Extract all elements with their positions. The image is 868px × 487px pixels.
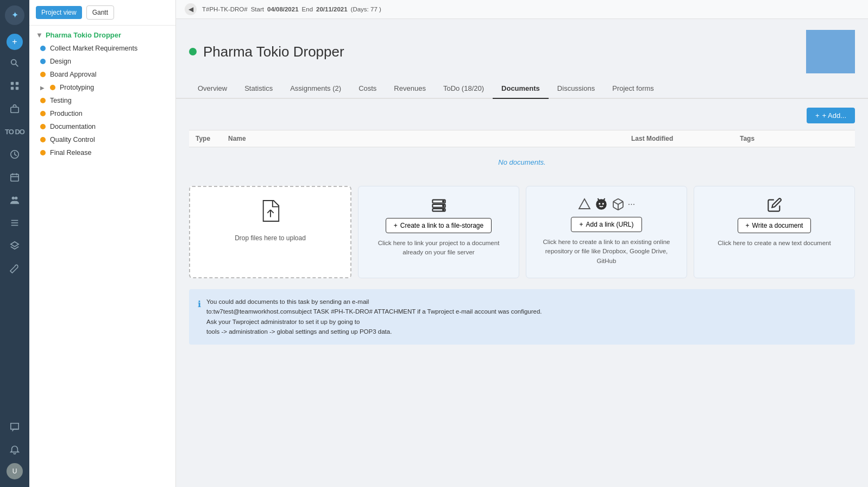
sidebar: Project view Gantt ▼ Pharma Tokio Droppe…	[29, 0, 176, 487]
svg-rect-5	[16, 82, 18, 85]
pencil-icon-container	[767, 197, 782, 213]
svg-marker-19	[11, 242, 18, 247]
tab-overview[interactable]: Overview	[189, 79, 236, 99]
tab-todo[interactable]: ToDo (18/20)	[435, 79, 493, 99]
tab-discussions[interactable]: Discussions	[549, 79, 603, 99]
svg-rect-7	[16, 87, 18, 90]
sidebar-project-name[interactable]: ▼ Pharma Tokio Dropper	[29, 26, 175, 42]
clock-nav-icon[interactable]	[5, 145, 24, 164]
search-nav-icon[interactable]	[5, 53, 24, 73]
svg-point-27	[443, 205, 444, 207]
start-label: Start	[251, 6, 264, 13]
bell-nav-icon[interactable]	[5, 440, 24, 460]
sidebar-item-collect-market[interactable]: Collect Market Requirements	[29, 42, 175, 55]
project-chevron-icon: ▼	[36, 31, 43, 39]
tab-bar: Overview Statistics Assignments (2) Cost…	[176, 79, 868, 99]
task-dot	[40, 150, 46, 155]
project-header: Pharma Tokio Dropper	[176, 19, 868, 73]
tab-revenues[interactable]: Revenues	[385, 79, 435, 99]
email-info-box: ℹ You could add documents to this task b…	[189, 289, 855, 345]
plus-icon: +	[746, 222, 750, 229]
write-document-card: + Write a document Click here to create …	[694, 186, 855, 278]
plus-icon: +	[579, 221, 583, 228]
briefcase-nav-icon[interactable]	[5, 99, 24, 118]
collapse-sidebar-button[interactable]: ◀	[185, 3, 197, 15]
people-nav-icon[interactable]	[5, 190, 24, 210]
document-table-header: Type Name Last Modified Tags	[189, 130, 855, 147]
user-avatar[interactable]: U	[7, 463, 23, 479]
documents-area: + + Add... Type Name Last Modified Tags …	[176, 99, 868, 487]
todo-nav-icon[interactable]: TO DO	[5, 122, 24, 141]
svg-line-3	[16, 64, 18, 67]
svg-point-32	[602, 203, 603, 204]
svg-point-15	[15, 197, 17, 199]
tab-statistics[interactable]: Statistics	[236, 79, 281, 99]
task-dot	[40, 111, 46, 116]
svg-text:✦: ✦	[11, 10, 18, 20]
project-view-button[interactable]: Project view	[36, 6, 82, 19]
wrench-nav-icon[interactable]	[5, 259, 24, 278]
sidebar-header: Project view Gantt	[29, 0, 175, 26]
project-thumbnail	[806, 30, 855, 73]
sidebar-item-prototyping[interactable]: ▶ Prototyping	[29, 81, 175, 94]
url-desc: Click here to create a link to an existi…	[535, 238, 678, 266]
plus-icon: +	[394, 222, 398, 229]
start-date: 04/08/2021	[267, 6, 299, 13]
sidebar-item-final-release[interactable]: Final Release	[29, 146, 175, 159]
sidebar-item-documentation[interactable]: Documentation	[29, 120, 175, 133]
file-storage-desc: Click here to link your project to a doc…	[367, 239, 510, 258]
layers-nav-icon[interactable]	[5, 236, 24, 255]
info-text: You could add documents to this task by …	[206, 297, 542, 337]
tab-assignments[interactable]: Assignments (2)	[281, 79, 350, 99]
days-count: (Days: 77 )	[351, 6, 381, 13]
sidebar-item-production[interactable]: Production	[29, 107, 175, 120]
upload-file-icon	[260, 198, 281, 228]
tab-project-forms[interactable]: Project forms	[603, 79, 663, 99]
info-circle-icon: ℹ	[198, 297, 201, 337]
file-storage-card: + Create a link to a file-storage Click …	[358, 186, 519, 278]
col-modified-header: Last Modified	[631, 135, 740, 142]
url-link-card: ··· + Add a link (URL) Click here to cre…	[526, 186, 687, 278]
more-icon: ···	[628, 199, 635, 209]
tab-documents[interactable]: Documents	[493, 79, 549, 99]
col-tags-header: Tags	[740, 135, 848, 142]
svg-point-30	[596, 199, 607, 210]
content-area: Pharma Tokio Dropper Overview Statistics…	[176, 19, 868, 487]
no-documents-message: No documents.	[189, 147, 855, 177]
task-dot	[40, 98, 46, 103]
main-content: ◀ T#PH-TK-DRO# Start 04/08/2021 End 20/1…	[176, 0, 868, 487]
drop-files-card[interactable]: Drop files here to upload	[189, 186, 351, 278]
svg-point-26	[443, 201, 444, 202]
svg-marker-29	[579, 199, 590, 209]
svg-rect-6	[11, 87, 14, 90]
end-label: End	[302, 6, 313, 13]
add-plus-icon: +	[815, 111, 820, 120]
app-logo[interactable]: ✦	[5, 5, 24, 25]
create-file-storage-link-button[interactable]: + Create a link to a file-storage	[386, 218, 492, 233]
tab-costs[interactable]: Costs	[350, 79, 385, 99]
list-nav-icon[interactable]	[5, 213, 24, 233]
write-doc-desc: Click here to create a new text document	[718, 239, 831, 248]
expand-arrow-icon: ▶	[40, 85, 45, 91]
svg-point-2	[11, 60, 16, 65]
sidebar-item-board-approval[interactable]: Board Approval	[29, 68, 175, 81]
add-document-button[interactable]: + + Add...	[807, 108, 855, 123]
add-url-link-button[interactable]: + Add a link (URL)	[571, 217, 641, 232]
svg-point-28	[443, 209, 444, 210]
add-button[interactable]: +	[7, 34, 23, 50]
sidebar-item-testing[interactable]: Testing	[29, 94, 175, 107]
sidebar-item-design[interactable]: Design	[29, 55, 175, 68]
svg-rect-8	[11, 107, 18, 113]
gantt-button[interactable]: Gantt	[86, 5, 114, 20]
chat-nav-icon[interactable]	[5, 417, 24, 437]
write-document-button[interactable]: + Write a document	[738, 218, 812, 233]
project-title: Pharma Tokio Dropper	[203, 43, 344, 60]
svg-rect-4	[11, 82, 14, 85]
col-type-header: Type	[196, 135, 228, 142]
task-dot	[40, 59, 46, 64]
calendar-nav-icon[interactable]	[5, 167, 24, 187]
grid-nav-icon[interactable]	[5, 76, 24, 96]
task-dot	[40, 137, 46, 142]
task-dot	[40, 46, 46, 51]
sidebar-item-quality-control[interactable]: Quality Control	[29, 133, 175, 146]
